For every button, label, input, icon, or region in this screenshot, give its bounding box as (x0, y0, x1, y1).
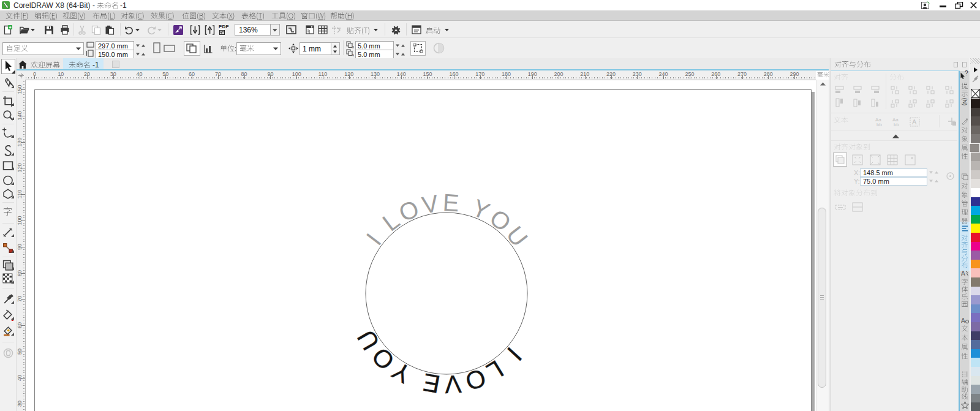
svg-text:bb: bb (894, 122, 899, 127)
svg-text:bb: bb (876, 122, 882, 127)
svg-text:A: A (912, 118, 917, 126)
svg-text:A: A (961, 317, 965, 324)
svg-text:A: A (961, 270, 965, 277)
